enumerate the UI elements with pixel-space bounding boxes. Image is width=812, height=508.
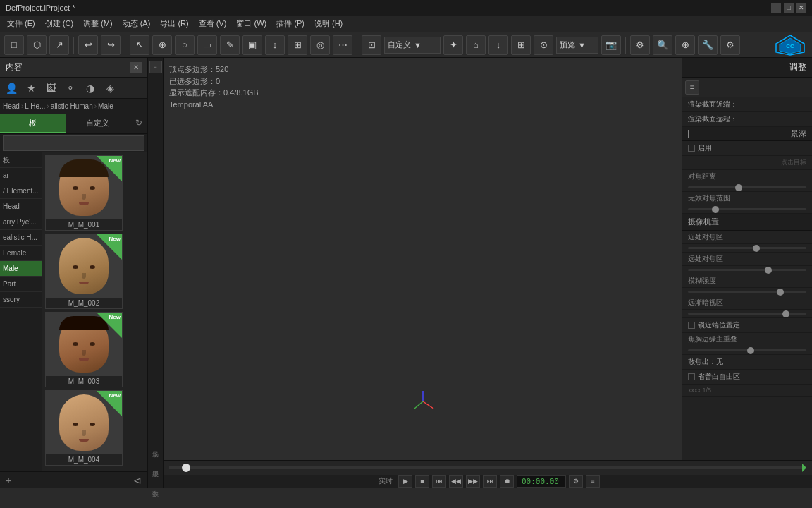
toolbar-export[interactable]: ↗ bbox=[49, 35, 69, 55]
model-card-m-m-002[interactable]: New M_M_002 bbox=[45, 234, 123, 309]
toolbar-search[interactable]: 🔍 bbox=[653, 35, 672, 55]
toolbar-undo[interactable]: ↩ bbox=[78, 35, 98, 55]
model-card-m-m-003[interactable]: New M_M_003 bbox=[45, 312, 123, 387]
panel-icon-circle[interactable]: ◑ bbox=[82, 80, 99, 97]
toolbar-target[interactable]: ◎ bbox=[310, 35, 330, 55]
timeline-step-fwd-button[interactable]: ▶▶ bbox=[466, 475, 480, 488]
breadcrumb-item-4[interactable]: Male bbox=[98, 102, 113, 110]
menu-create[interactable]: 创建 (C) bbox=[41, 17, 78, 30]
toolbar-rect[interactable]: ▭ bbox=[197, 35, 217, 55]
category-harry[interactable]: arry Pye'... bbox=[0, 214, 42, 230]
right-prop1-thumb[interactable] bbox=[735, 184, 742, 191]
menu-view[interactable]: 查看 (V) bbox=[195, 17, 231, 30]
toolbar-circle[interactable]: ○ bbox=[175, 35, 195, 55]
mouth-3 bbox=[79, 358, 89, 361]
panel-icon-image[interactable]: 🖼 bbox=[42, 80, 59, 97]
timeline-step-back-button[interactable]: ◀◀ bbox=[449, 475, 463, 488]
right-grad-thumb[interactable] bbox=[782, 310, 789, 318]
toolbar-save[interactable]: □ bbox=[4, 35, 24, 55]
menu-help[interactable]: 说明 (H) bbox=[310, 17, 347, 30]
category-accessory[interactable]: ssory bbox=[0, 292, 42, 308]
toolbar-select[interactable]: ↖ bbox=[130, 35, 149, 55]
timeline-end-marker bbox=[802, 464, 806, 472]
breadcrumb-item-1[interactable]: Head bbox=[3, 102, 20, 110]
toolbar-frame[interactable]: ⊡ bbox=[362, 35, 381, 55]
category-part[interactable]: Part bbox=[0, 277, 42, 292]
toolbar-wrench[interactable]: 🔧 bbox=[698, 35, 718, 55]
toolbar-pen[interactable]: ✎ bbox=[220, 35, 240, 55]
timeline-record-button[interactable]: ⏺ bbox=[500, 475, 514, 488]
menu-window[interactable]: 窗口 (W) bbox=[232, 17, 271, 30]
toolbar-redo[interactable]: ↪ bbox=[101, 35, 121, 55]
tab-board[interactable]: 板 bbox=[0, 114, 66, 133]
right-prop2-thumb[interactable] bbox=[712, 206, 719, 213]
right-auto-checkbox[interactable] bbox=[688, 373, 695, 380]
category-female[interactable]: Female bbox=[0, 246, 42, 261]
toolbar-more[interactable]: ⋯ bbox=[333, 35, 352, 55]
timeline-slider[interactable] bbox=[169, 466, 806, 469]
panel-close-button[interactable]: ✕ bbox=[130, 62, 142, 73]
toolbar-video[interactable]: 📷 bbox=[601, 35, 621, 55]
model-card-m-m-004[interactable]: New M_M_004 bbox=[45, 390, 123, 466]
panel-icon-person[interactable]: 👤 bbox=[3, 80, 20, 97]
right-blur-slider bbox=[682, 288, 812, 296]
timeline-play-button[interactable]: ▶ bbox=[398, 475, 412, 488]
breadcrumb-item-2[interactable]: L He... bbox=[25, 102, 45, 110]
close-button[interactable]: ✕ bbox=[796, 3, 806, 13]
toolbar-view-dropdown[interactable]: 自定义 ▼ bbox=[384, 37, 441, 54]
timeline-skip-start-button[interactable]: ⏮ bbox=[432, 475, 446, 488]
category-board[interactable]: 板 bbox=[0, 152, 42, 168]
search-input[interactable] bbox=[3, 135, 144, 151]
toolbar-snap[interactable]: ⊞ bbox=[288, 35, 307, 55]
breadcrumb-item-3[interactable]: alistic Human bbox=[51, 102, 93, 110]
category-male[interactable]: Male bbox=[0, 261, 42, 277]
timeline-stop-button[interactable]: ■ bbox=[415, 475, 429, 488]
panel-bottom-left[interactable]: ⊲ bbox=[133, 475, 142, 486]
toolbar-move[interactable]: ⊕ bbox=[152, 35, 172, 55]
timeline-list-button[interactable]: ≡ bbox=[586, 475, 600, 488]
timeline-skip-end-button[interactable]: ⏭ bbox=[483, 475, 497, 488]
menu-file[interactable]: 文件 (E) bbox=[3, 17, 39, 30]
toolbar-home[interactable]: ⌂ bbox=[466, 35, 486, 55]
menu-export[interactable]: 导出 (R) bbox=[156, 17, 192, 30]
toolbar-settings[interactable]: ⚙ bbox=[630, 35, 650, 55]
right-far-thumb[interactable] bbox=[765, 267, 772, 274]
toolbar-clone[interactable]: ⊕ bbox=[675, 35, 695, 55]
panel-icon-head[interactable]: ⚬ bbox=[62, 80, 79, 97]
toolbar-gear[interactable]: ⚙ bbox=[720, 35, 740, 55]
viewport[interactable]: 顶点多边形：520 已选多边形：0 显示遮配内存：0.4/8.1GB Tempo… bbox=[164, 58, 682, 460]
tab-custom[interactable]: 自定义 bbox=[66, 114, 131, 133]
panel-bottom-add[interactable]: + bbox=[6, 475, 11, 486]
minimize-button[interactable]: — bbox=[771, 3, 781, 13]
toolbar-move2[interactable]: ⊞ bbox=[511, 35, 531, 55]
right-toolbar-settings[interactable]: ≡ bbox=[685, 80, 699, 95]
right-blur-thumb[interactable] bbox=[777, 289, 784, 296]
panel-icon-shape[interactable]: ◈ bbox=[102, 80, 118, 97]
toolbar-pivot[interactable]: ↕ bbox=[265, 35, 285, 55]
menu-plugin[interactable]: 插件 (P) bbox=[272, 17, 309, 30]
toolbar-sun[interactable]: ✦ bbox=[443, 35, 463, 55]
toolbar-grid[interactable]: ▣ bbox=[242, 35, 262, 55]
right-point-label[interactable]: 点击目标 bbox=[682, 156, 812, 170]
toolbar-open[interactable]: ⬡ bbox=[27, 35, 47, 55]
right-near-thumb[interactable] bbox=[753, 245, 760, 252]
model-card-m-m-001[interactable]: New M_M_001 bbox=[45, 155, 123, 231]
tab-icon-more[interactable]: ↻ bbox=[130, 114, 147, 131]
right-bokeh-thumb[interactable] bbox=[747, 347, 754, 354]
category-element[interactable]: / Element... bbox=[0, 183, 42, 199]
category-head[interactable]: Head bbox=[0, 199, 42, 214]
right-enable-checkbox[interactable] bbox=[688, 145, 695, 152]
category-realistic[interactable]: ealistic H... bbox=[0, 230, 42, 246]
toolbar-down[interactable]: ↓ bbox=[488, 35, 508, 55]
panel-icon-star[interactable]: ★ bbox=[23, 80, 39, 97]
timeline-settings-button[interactable]: ⚙ bbox=[569, 475, 583, 488]
right-lock-checkbox[interactable] bbox=[688, 322, 695, 329]
timeline-thumb[interactable] bbox=[182, 464, 190, 472]
menu-adjust[interactable]: 调整 (M) bbox=[79, 17, 117, 30]
menu-animate[interactable]: 动态 (A) bbox=[118, 17, 155, 30]
strip-btn-1[interactable]: ≡ bbox=[149, 61, 162, 73]
toolbar-cam[interactable]: ⊙ bbox=[534, 35, 553, 55]
toolbar-preview-dropdown[interactable]: 预览 ▼ bbox=[556, 37, 598, 54]
category-ar[interactable]: ar bbox=[0, 168, 42, 183]
maximize-button[interactable]: □ bbox=[784, 3, 794, 13]
